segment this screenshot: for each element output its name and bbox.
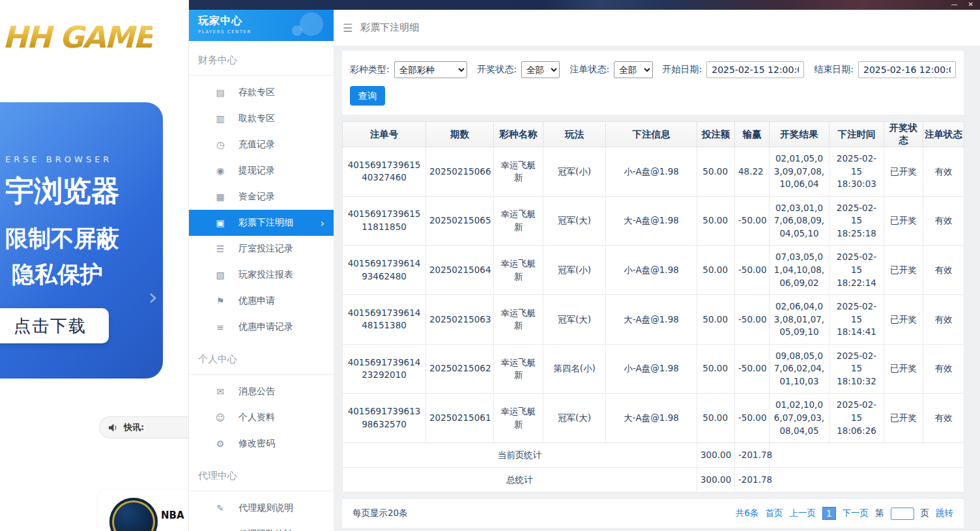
cell-bet-status: 有效 [923,246,964,295]
cell-amount: 50.00 [697,295,735,345]
sidebar-item-withdraw[interactable]: ▥ 取款专区 [189,106,334,132]
sidebar-item-profile[interactable]: ☺ 个人资料 [189,405,334,431]
main-content: ☰ 彩票下注明细 彩种类型: 全部彩种 开奖状态: 全部 注单状 [334,10,980,531]
summary-amount: 300.00 [697,468,735,493]
site-logo[interactable]: HH GAME [3,20,152,55]
cell-bet-no: 401569173961423292010 [343,344,426,394]
prev-page-link[interactable]: 上一页 [789,508,816,519]
withdraw-icon: ▥ [215,113,225,124]
sidebar-item-promo-apply[interactable]: ⚑ 优惠申请 [189,288,334,314]
jump-suffix: 页 [921,508,930,519]
jump-button[interactable]: 跳转 [936,508,953,519]
speaker-icon [109,423,119,432]
cell-bet-status: 有效 [923,394,964,443]
hamburger-icon[interactable]: ☰ [343,22,353,35]
cell-bet-info: 大-A盘@1.98 [606,295,697,345]
cell-bet-status: 有效 [923,196,964,246]
cell-period: 20250215062 [426,344,494,394]
cell-win-loss: 48.22 [735,147,770,197]
sidebar-item-hall-bet-records[interactable]: ☰ 厅室投注记录 [189,236,334,262]
next-page-link[interactable]: 下一页 [843,508,869,519]
sidebar-item-change-password[interactable]: ⚙ 修改密码 [189,431,334,457]
summary-label: 总统计 [343,468,697,493]
table-row: 401569173961540327460 20250215066 幸运飞艇新 … [343,147,964,197]
col-bet-no: 注单号 [343,122,426,147]
page-size-text: 每页显示20条 [353,508,408,519]
cell-lottery: 幸运飞艇新 [494,344,543,394]
window-titlebar: — ✕ [189,0,980,10]
cell-lottery: 幸运飞艇新 [494,394,543,443]
list-icon: ☰ [215,244,225,254]
jump-prefix: 第 [875,508,884,519]
bell-icon: ✉ [215,386,225,397]
cell-period: 20250215066 [426,147,494,197]
cell-bet-time: 2025-02-15 18:22:14 [829,246,884,295]
carousel-next-icon[interactable]: › [149,283,158,310]
sidebar-item-messages[interactable]: ✉ 消息公告 [189,379,334,405]
cell-period: 20250215065 [426,196,494,246]
col-amount: 投注额 [697,122,735,147]
summary-win-loss: -201.78 [735,443,770,468]
filter-panel: 彩种类型: 全部彩种 开奖状态: 全部 注单状态: 全部 开始日期: [342,51,964,115]
sidebar-item-agent-team-stats[interactable]: ▨ 代理团队统计 [189,521,334,531]
player-center-panel: — ✕ 玩家中心 PLAYERS CENTER 财务中心 ▤ 存款专区 ▥ 取款… [189,0,980,531]
cell-draw-status: 已开奖 [884,196,923,246]
sidebar-item-recharge-records[interactable]: ◷ 充值记录 [189,132,334,158]
start-date-input[interactable] [706,61,804,78]
end-date-input[interactable] [858,61,956,78]
cell-play: 第四名(小) [543,344,606,394]
minimize-button[interactable]: — [951,0,958,9]
cell-bet-no: 401569173961540327460 [343,147,426,197]
cell-draw-status: 已开奖 [884,394,923,443]
cell-result: 01,02,10,06,07,09,03,08,04,05 [770,394,829,443]
cell-bet-info: 大-A盘@1.98 [606,196,697,246]
summary-win-loss: -201.78 [735,468,770,493]
cell-lottery: 幸运飞艇新 [494,196,543,246]
first-page-link[interactable]: 首页 [765,508,783,519]
current-page-button[interactable]: 1 [822,507,836,520]
close-button[interactable]: ✕ [968,0,973,9]
cell-bet-no: 401569173961448151380 [343,295,426,345]
section-label-agent: 代理中心 [189,457,334,491]
cell-period: 20250215064 [426,246,494,295]
cell-bet-status: 有效 [923,147,964,197]
cell-amount: 50.00 [697,344,735,394]
col-bet-info: 下注信息 [606,122,697,147]
bet-status-select[interactable]: 全部 [614,61,652,78]
sidebar-item-promo-apply-records[interactable]: ≡ 优惠申请记录 [189,314,334,340]
cell-play: 冠军(大) [543,394,606,443]
search-button[interactable]: 查询 [350,86,385,106]
banner-tagline: ERSE BROWSER [5,154,163,164]
total-count: 共6条 [736,508,759,519]
col-draw-status: 开奖状态 [884,122,923,147]
cell-amount: 50.00 [697,196,735,246]
document-icon: ✎ [215,503,225,513]
cell-result: 09,08,05,07,06,02,04,01,10,03 [770,344,829,394]
sidebar-item-lottery-bet-details[interactable]: ▣ 彩票下注明细 › [189,210,334,236]
col-period: 期数 [426,122,494,147]
sidebar-item-label: 资金记录 [238,191,275,203]
draw-status-select[interactable]: 全部 [521,61,560,78]
sidebar-item-label: 优惠申请记录 [238,321,293,333]
sidebar-item-fund-records[interactable]: ▦ 资金记录 [189,184,334,210]
cell-play: 冠军(小) [543,246,606,295]
cell-bet-no: 401569173961398632570 [343,394,426,443]
sidebar-item-withdrawal-records[interactable]: ◉ 提现记录 [189,158,334,184]
cell-period: 20250215063 [426,295,494,345]
sidebar-item-deposit[interactable]: ▤ 存款专区 [189,79,334,106]
sidebar-item-label: 取款专区 [238,113,275,124]
sidebar-item-player-bet-report[interactable]: ▧ 玩家投注报表 [189,262,334,288]
cell-amount: 50.00 [697,246,735,295]
sidebar-item-label: 消息公告 [238,386,275,397]
cell-bet-time: 2025-02-15 18:30:03 [829,147,884,197]
cell-bet-no: 401569173961511811850 [343,196,426,246]
download-button[interactable]: 点击下载 [0,308,109,343]
sidebar-item-agent-rules[interactable]: ✎ 代理规则说明 [189,495,334,521]
col-bet-status: 注单状态 [923,122,964,147]
lottery-type-select[interactable]: 全部彩种 [394,61,468,78]
end-date-label: 结束日期: [814,64,854,76]
summary-empty [770,443,964,468]
cell-bet-info: 小-A盘@1.98 [606,344,697,394]
cell-draw-status: 已开奖 [884,344,923,394]
page-jump-input[interactable] [891,508,914,520]
